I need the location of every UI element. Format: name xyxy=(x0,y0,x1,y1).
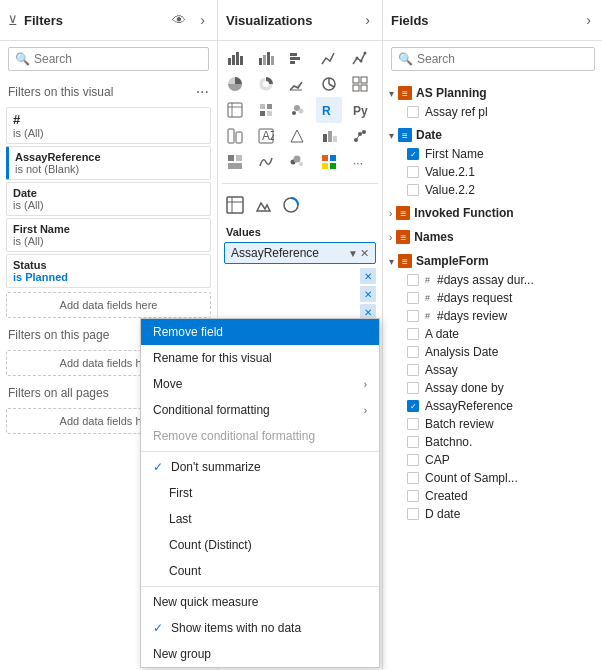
checkbox-batchreview[interactable] xyxy=(407,418,419,430)
tree-item-analysisdate[interactable]: Analysis Date xyxy=(383,343,602,361)
viz-icon-3[interactable] xyxy=(316,45,342,71)
tree-group-asplanning-header[interactable]: ▾ ≡ AS Planning xyxy=(383,83,602,103)
viz-icon-15[interactable] xyxy=(222,123,248,149)
filter-card-date[interactable]: Date is (All) xyxy=(6,182,211,216)
tree-item-value22[interactable]: Value.2.2 xyxy=(383,181,602,199)
checkbox-value21[interactable] xyxy=(407,166,419,178)
checkbox-cap[interactable] xyxy=(407,454,419,466)
viz-icon-13[interactable]: R xyxy=(316,97,342,123)
viz-icon-9[interactable] xyxy=(347,71,373,97)
viz-icon-18[interactable] xyxy=(316,123,342,149)
tree-group-date-header[interactable]: ▾ ≡ Date xyxy=(383,125,602,145)
checkbox-daysreview[interactable] xyxy=(407,310,419,322)
viz-icon-10[interactable] xyxy=(222,97,248,123)
tree-item-cap[interactable]: CAP xyxy=(383,451,602,469)
filter-card-status[interactable]: Status is Planned xyxy=(6,254,211,288)
tree-item-assaydoneby[interactable]: Assay done by xyxy=(383,379,602,397)
field-remove-x-1[interactable]: ✕ xyxy=(360,247,369,260)
svg-rect-50 xyxy=(228,163,242,169)
viz-icon-2[interactable] xyxy=(284,45,310,71)
menu-item-rename[interactable]: Rename for this visual xyxy=(141,345,379,371)
viz-icon-7[interactable] xyxy=(284,71,310,97)
menu-item-conditional-format[interactable]: Conditional formatting › xyxy=(141,397,379,423)
menu-item-move[interactable]: Move › xyxy=(141,371,379,397)
fields-search-input[interactable] xyxy=(417,52,588,66)
viz-icon-0[interactable] xyxy=(222,45,248,71)
checkbox-analysisdate[interactable] xyxy=(407,346,419,358)
viz-icon-22[interactable] xyxy=(284,149,310,175)
tree-item-daysrequest[interactable]: # #days request xyxy=(383,289,602,307)
filter-card-hash[interactable]: # is (All) xyxy=(6,107,211,144)
tree-item-batchreview[interactable]: Batch review xyxy=(383,415,602,433)
menu-item-first[interactable]: First xyxy=(141,480,379,506)
tree-item-daysreview[interactable]: # #days review xyxy=(383,307,602,325)
tree-item-adate[interactable]: A date xyxy=(383,325,602,343)
tree-group-names-header[interactable]: › ≡ Names xyxy=(383,227,602,247)
viz-icon-14[interactable]: Py xyxy=(347,97,373,123)
viz-icon-19[interactable] xyxy=(347,123,373,149)
tree-group-invoked-header[interactable]: › ≡ Invoked Function xyxy=(383,203,602,223)
menu-item-count[interactable]: Count xyxy=(141,558,379,584)
checkbox-ddate[interactable] xyxy=(407,508,419,520)
viz-icon-1[interactable] xyxy=(253,45,279,71)
field-x-3[interactable]: ✕ xyxy=(360,286,376,302)
filter-card-firstname[interactable]: First Name is (All) xyxy=(6,218,211,252)
menu-item-new-quick-measure[interactable]: New quick measure xyxy=(141,589,379,615)
filters-eye-icon[interactable]: 👁 xyxy=(168,10,190,30)
checkbox-assayrefpl[interactable] xyxy=(407,106,419,118)
filters-expand-icon[interactable]: › xyxy=(196,10,209,30)
viz-icon-17[interactable] xyxy=(284,123,310,149)
checkbox-adate[interactable] xyxy=(407,328,419,340)
menu-item-last[interactable]: Last xyxy=(141,506,379,532)
viz-icon-8[interactable] xyxy=(316,71,342,97)
field-x-2[interactable]: ✕ xyxy=(360,268,376,284)
filters-search-input[interactable] xyxy=(34,52,202,66)
filter-card-assayref[interactable]: AssayReference is not (Blank) xyxy=(6,146,211,180)
viz-icon-16[interactable]: AZ xyxy=(253,123,279,149)
tree-item-daysassay[interactable]: # #days assay dur... xyxy=(383,271,602,289)
checkbox-daysrequest[interactable] xyxy=(407,292,419,304)
field-dropdown-arrow[interactable]: ▼ xyxy=(348,248,358,259)
add-visual-field-btn[interactable]: Add data fields here xyxy=(6,292,211,318)
viz-expand-icon[interactable]: › xyxy=(361,10,374,30)
viz-icon-20[interactable] xyxy=(222,149,248,175)
menu-item-remove-field[interactable]: Remove field xyxy=(141,319,379,345)
tree-item-value21[interactable]: Value.2.1 xyxy=(383,163,602,181)
menu-item-show-items[interactable]: ✓ Show items with no data xyxy=(141,615,379,641)
menu-item-new-group[interactable]: New group xyxy=(141,641,379,667)
viz-icon-21[interactable] xyxy=(253,149,279,175)
visual-section-dots[interactable]: ··· xyxy=(196,83,209,101)
viz-tool-analytics-icon[interactable] xyxy=(278,192,304,218)
checkbox-created[interactable] xyxy=(407,490,419,502)
checkbox-daysassay[interactable] xyxy=(407,274,419,286)
checkbox-countofsampl[interactable] xyxy=(407,472,419,484)
viz-icon-24[interactable]: ··· xyxy=(347,149,373,175)
fields-expand-icon[interactable]: › xyxy=(582,10,595,30)
tree-item-created[interactable]: Created xyxy=(383,487,602,505)
tree-item-countofsampl[interactable]: Count of Sampl... xyxy=(383,469,602,487)
menu-item-count-distinct[interactable]: Count (Distinct) xyxy=(141,532,379,558)
checkbox-assay[interactable] xyxy=(407,364,419,376)
viz-icon-12[interactable] xyxy=(284,97,310,123)
tree-item-assayreference[interactable]: ✓ AssayReference xyxy=(383,397,602,415)
viz-icon-6[interactable] xyxy=(253,71,279,97)
viz-tool-format-icon[interactable] xyxy=(250,192,276,218)
checkbox-assaydoneby[interactable] xyxy=(407,382,419,394)
viz-icon-23[interactable] xyxy=(316,149,342,175)
viz-icon-5[interactable] xyxy=(222,71,248,97)
checkbox-batchno[interactable] xyxy=(407,436,419,448)
tree-group-sampleform-header[interactable]: ▾ ≡ SampleForm xyxy=(383,251,602,271)
checkbox-firstname[interactable]: ✓ xyxy=(407,148,419,160)
viz-icon-4[interactable] xyxy=(347,45,373,71)
checkbox-assayreference[interactable]: ✓ xyxy=(407,400,419,412)
checkbox-value22[interactable] xyxy=(407,184,419,196)
tree-item-assayrefpl[interactable]: Assay ref pl xyxy=(383,103,602,121)
tree-item-ddate[interactable]: D date xyxy=(383,505,602,523)
tree-item-firstname[interactable]: ✓ First Name xyxy=(383,145,602,163)
menu-item-dont-summarize[interactable]: ✓ Don't summarize xyxy=(141,454,379,480)
viz-tool-fields-icon[interactable] xyxy=(222,192,248,218)
values-field-assayref[interactable]: AssayReference ▼ ✕ xyxy=(224,242,376,264)
tree-item-assay[interactable]: Assay xyxy=(383,361,602,379)
viz-icon-11[interactable] xyxy=(253,97,279,123)
tree-item-batchno[interactable]: Batchno. xyxy=(383,433,602,451)
